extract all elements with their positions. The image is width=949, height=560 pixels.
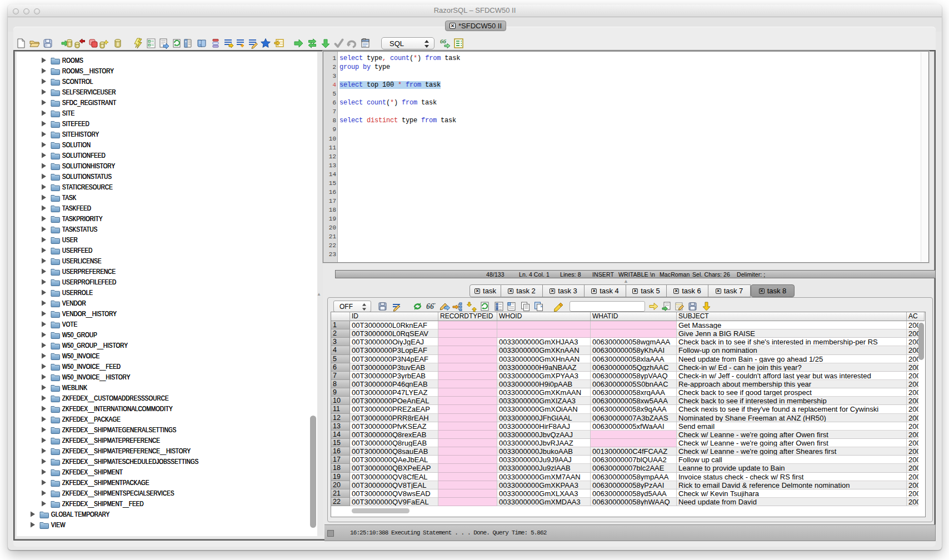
svg-text:66: 66 xyxy=(426,302,434,311)
svg-text:66: 66 xyxy=(440,38,447,44)
